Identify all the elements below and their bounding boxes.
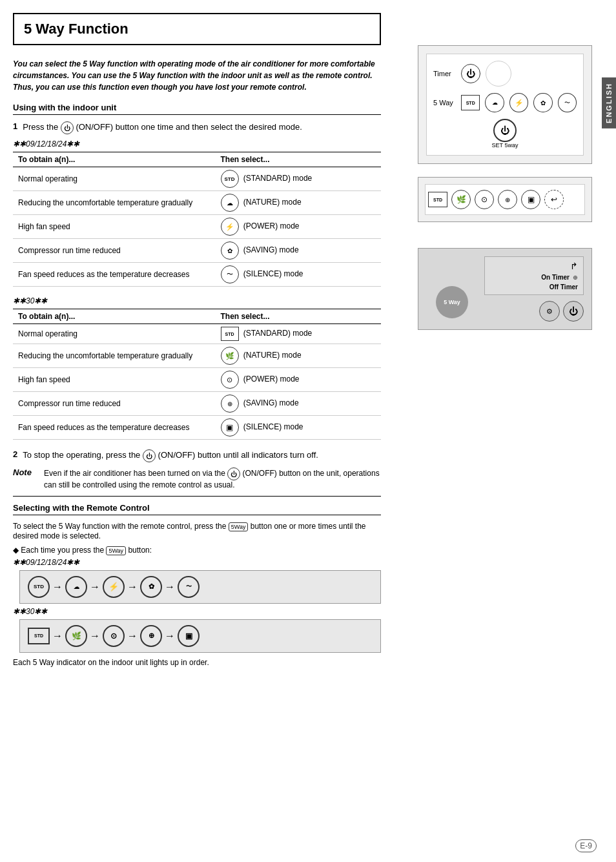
page-number: E-9: [575, 839, 597, 852]
table1: To obtain a(n)... Then select... Normal …: [13, 152, 381, 287]
table-row: High fan speed ⊙ (POWER) mode: [13, 368, 381, 392]
diag1-power-button: ⏻: [493, 119, 517, 142]
table2-col2-header: Then select...: [216, 309, 382, 324]
standard-mode-icon: STD: [221, 170, 239, 188]
seq1-nature: ☁: [65, 576, 87, 598]
table-row: Reducing the uncomfortable temperature g…: [13, 191, 381, 215]
step1-text: Press the ⏻ (ON/OFF) button one time and…: [23, 121, 302, 134]
table1-row5-col2: 〜 (SILENCE) mode: [216, 263, 382, 287]
table2-row1-col1: Normal operating: [13, 324, 216, 344]
model1-label: ✱✱09/12/18/24✱✱: [13, 139, 381, 149]
diag1-empty-circle: [486, 61, 511, 87]
diag2-extra-icon: ↩: [544, 190, 564, 209]
diag1-power-icon: ⚡: [509, 93, 528, 112]
seq2-nature: 🌿: [65, 625, 87, 647]
model2-label: ✱✱30✱✱: [13, 296, 381, 305]
diag1-std-icon: STD: [461, 95, 480, 110]
onoff-icon-inline: ⏻: [61, 121, 74, 134]
diag3-set-button: ⚙: [539, 301, 560, 322]
intro-paragraph: You can select the 5 Way function with o…: [13, 58, 381, 93]
arrow6: →: [90, 630, 100, 642]
table2-row2-col1: Reducing the uncomfortable temperature g…: [13, 344, 216, 368]
table1-col2-header: Then select...: [216, 152, 382, 167]
bottom-note: Each 5 Way indicator on the indoor unit …: [13, 658, 381, 667]
diag2-silence-icon: ▣: [521, 190, 540, 209]
sequence1-box: STD → ☁ → ⚡ → ✿ → 〜: [19, 570, 381, 604]
onoff-icon-note: ⏻: [227, 467, 240, 480]
diag1-5way-label: 5 Way: [433, 99, 456, 107]
table-row: Normal operating STD (STANDARD) mode: [13, 324, 381, 344]
power-mode-icon: ⚡: [221, 218, 239, 236]
table-row: High fan speed ⚡ (POWER) mode: [13, 215, 381, 239]
table-row: Compressor run time reduced ⊕ (SAVING) m…: [13, 392, 381, 416]
table1-row2-col1: Reducing the uncomfortable temperature g…: [13, 191, 216, 215]
diag3-ontimer-label: On Timer: [541, 274, 570, 281]
seq2-saving: ⊕: [140, 625, 162, 647]
seq2-silence: ▣: [178, 625, 200, 647]
table1-row1-col2: STD (STANDARD) mode: [216, 167, 382, 191]
table1-row3-col1: High fan speed: [13, 215, 216, 239]
table2-row2-col2: 🌿 (NATURE) mode: [216, 344, 382, 368]
diag1-set-label: SET 5way: [492, 142, 518, 149]
seq2-power: ⊙: [103, 625, 125, 647]
table-row: Normal operating STD (STANDARD) mode: [13, 167, 381, 191]
table1-col1-header: To obtain a(n)...: [13, 152, 216, 167]
note-label: Note: [13, 467, 39, 489]
table-row: Compressor run time reduced ✿ (SAVING) m…: [13, 239, 381, 263]
bullet-text: ◆ Each time you press the 5Way button:: [13, 546, 381, 555]
seq1-silence: 〜: [178, 576, 200, 598]
seq1-model-label: ✱✱09/12/18/24✱✱: [13, 558, 381, 567]
arrow5: →: [52, 630, 63, 642]
table2-row3-col2: ⊙ (POWER) mode: [216, 368, 382, 392]
diagram1: Timer ⏻ 5 Way STD ☁ ⚡ ✿ 〜 ⏻ SET 5wa: [418, 45, 592, 164]
diag2-std-icon: STD: [428, 192, 447, 207]
diag1-nature-icon: ☁: [485, 93, 504, 112]
diag3-ontimer-indicator: ⊕: [573, 274, 578, 281]
arrow8: →: [165, 630, 175, 642]
diag1-timer-label: Timer: [433, 70, 456, 77]
diag1-silence-icon: 〜: [558, 93, 577, 112]
nature-mode-icon: ☁: [221, 194, 239, 212]
silence-mode-icon: 〜: [221, 265, 239, 283]
diag1-timer-icon: ⏻: [461, 64, 480, 83]
table-row: Reducing the uncomfortable temperature g…: [13, 344, 381, 368]
table1-row3-col2: ⚡ (POWER) mode: [216, 215, 382, 239]
table2: To obtain a(n)... Then select... Normal …: [13, 309, 381, 440]
note-text: Even if the air conditioner has been tur…: [44, 467, 381, 489]
step2-number: 2: [13, 449, 17, 462]
diag3-offtimer-label: Off Timer: [549, 283, 578, 291]
arrow1: →: [52, 581, 63, 593]
table1-row2-col2: ☁ (NATURE) mode: [216, 191, 382, 215]
5way-inline-icon: 5Way: [229, 522, 249, 531]
diag3-5way-button: 5 Way: [436, 286, 468, 318]
std-mode-icon-rect: STD: [221, 327, 239, 341]
diag3-power-button: ⏻: [563, 301, 584, 322]
power2-mode-icon: ⊙: [221, 371, 239, 389]
table2-row3-col1: High fan speed: [13, 368, 216, 392]
seq1-std: STD: [28, 576, 50, 598]
table1-row4-col1: Compressor run time reduced: [13, 239, 216, 263]
diag3-arrow-icon: ↱: [570, 261, 578, 271]
step2-text: To stop the operating, press the ⏻ (ON/O…: [23, 449, 318, 462]
remote-intro-text: To select the 5 Way function with the re…: [13, 522, 381, 540]
seq1-saving: ✿: [140, 576, 162, 598]
table-row: Fan speed reduces as the temperature dec…: [13, 263, 381, 287]
seq1-power: ⚡: [103, 576, 125, 598]
table2-row5-col2: ▣ (SILENCE) mode: [216, 416, 382, 440]
step1-number: 1: [13, 121, 17, 134]
diagram3: 5 Way ↱ On Timer ⊕ Off Timer: [418, 248, 592, 330]
diagram2: STD 🌿 ⊙ ⊕ ▣ ↩: [418, 177, 592, 222]
table2-row4-col1: Compressor run time reduced: [13, 392, 216, 416]
saving2-mode-icon: ⊕: [221, 395, 239, 413]
table1-row5-col1: Fan speed reduces as the temperature dec…: [13, 263, 216, 287]
section2-heading: Selecting with the Remote Control: [13, 503, 381, 515]
onoff-icon-step2: ⏻: [143, 449, 156, 462]
diag1-saving-icon: ✿: [533, 93, 552, 112]
seq2-std: STD: [28, 628, 50, 644]
sequence2-box: STD → 🌿 → ⊙ → ⊕ → ▣: [19, 619, 381, 653]
table2-col1-header: To obtain a(n)...: [13, 309, 216, 324]
english-tab: ENGLISH: [602, 77, 616, 128]
table1-row4-col2: ✿ (SAVING) mode: [216, 239, 382, 263]
section1-heading: Using with the indoor unit: [13, 103, 381, 115]
arrow7: →: [127, 630, 138, 642]
